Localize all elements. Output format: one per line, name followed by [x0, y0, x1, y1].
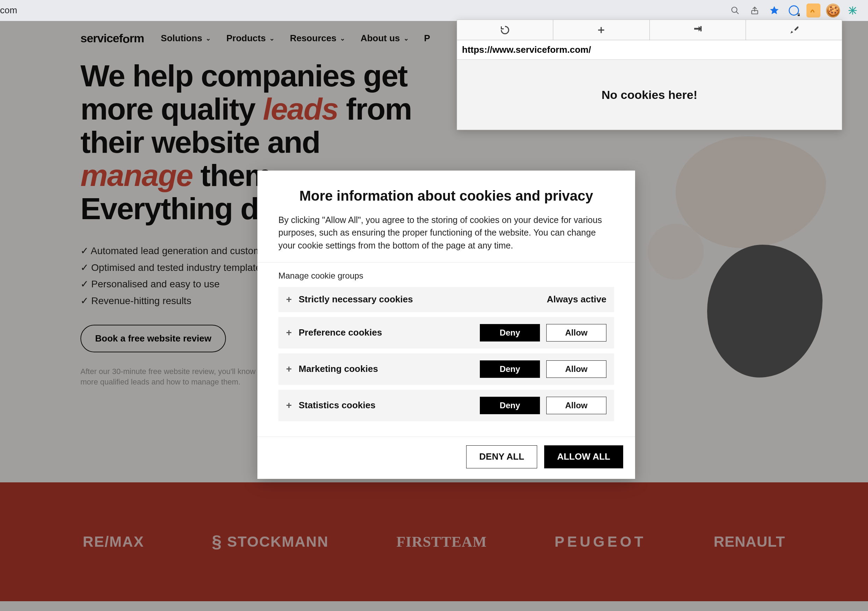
ext-empty-message: No cookies here! — [601, 88, 698, 102]
cookie-editor-popup: No cookies here! — [457, 20, 842, 130]
allow-button[interactable]: Allow — [546, 324, 606, 342]
ext-reload-button[interactable] — [457, 20, 553, 40]
cookie-group-preference: + Preference cookies Deny Allow — [278, 317, 614, 348]
share-icon[interactable] — [748, 3, 762, 17]
cookie-group-name: Statistics cookies — [299, 400, 480, 411]
ext-settings-button[interactable] — [746, 20, 842, 40]
expand-icon[interactable]: + — [286, 364, 299, 375]
cookie-consent-modal: More information about cookies and priva… — [257, 170, 635, 479]
expand-icon[interactable]: + — [286, 327, 299, 338]
cookie-group-name: Preference cookies — [299, 327, 480, 338]
deny-button[interactable]: Deny — [480, 360, 540, 378]
allow-button[interactable]: Allow — [546, 360, 606, 378]
cookie-group-statistics: + Statistics cookies Deny Allow — [278, 390, 614, 421]
snowflake-extension-icon[interactable] — [846, 3, 860, 17]
ext-add-button[interactable] — [553, 20, 649, 40]
modal-title: More information about cookies and priva… — [278, 188, 614, 204]
allow-button[interactable]: Allow — [546, 397, 606, 414]
cookie-group-name: Marketing cookies — [299, 364, 480, 374]
svg-rect-4 — [798, 15, 800, 16]
browser-toolbar: com 🍪 — [0, 0, 868, 21]
ext-import-button[interactable] — [650, 20, 746, 40]
cookie-group-strictly-necessary: + Strictly necessary cookies Always acti… — [278, 287, 614, 312]
bookmark-star-icon[interactable] — [767, 3, 781, 17]
deny-all-button[interactable]: DENY ALL — [466, 445, 537, 469]
cookie-group-marketing: + Marketing cookies Deny Allow — [278, 353, 614, 385]
modal-description: By clicking "Allow All", you agree to th… — [278, 213, 614, 252]
deny-button[interactable]: Deny — [480, 397, 540, 414]
svg-point-0 — [732, 7, 737, 12]
privacy-lock-icon[interactable] — [787, 3, 801, 17]
url-fragment: com — [0, 5, 17, 16]
deny-button[interactable]: Deny — [480, 324, 540, 342]
expand-icon[interactable]: + — [286, 400, 299, 411]
gesture-extension-icon[interactable] — [806, 3, 820, 17]
cookie-groups-label: Manage cookie groups — [278, 263, 614, 287]
ext-url-input[interactable] — [462, 44, 837, 55]
allow-all-button[interactable]: ALLOW ALL — [544, 445, 623, 469]
cookie-extension-icon[interactable]: 🍪 — [826, 3, 840, 17]
cookie-group-name: Strictly necessary cookies — [299, 294, 547, 305]
always-active-label: Always active — [547, 294, 606, 305]
svg-rect-11 — [700, 26, 702, 31]
search-icon[interactable] — [728, 3, 742, 17]
svg-line-1 — [736, 12, 739, 14]
expand-icon[interactable]: + — [286, 294, 299, 305]
